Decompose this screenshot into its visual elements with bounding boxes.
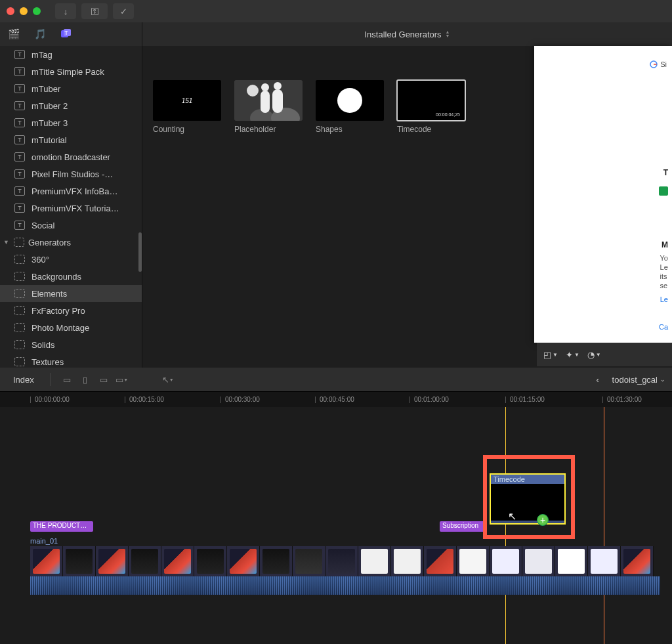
svg-rect-8 (272, 89, 283, 113)
enhance-tool[interactable]: ✦▼ (566, 350, 579, 360)
sidebar-item-fxfactory-pro[interactable]: FxFactory Pro (0, 302, 142, 319)
thumbnail-preview (234, 80, 303, 121)
sidebar-item-solids[interactable]: Solids (0, 336, 142, 353)
timeline-marker-1[interactable]: THE PRODUCT… (30, 521, 93, 532)
sidebar-item-label: mTutorial (32, 135, 67, 145)
clip-frame-thumbnail (63, 546, 96, 576)
timeline-index-button[interactable]: Index (7, 375, 41, 385)
sidebar-item-omotion-broadcaster[interactable]: Tomotion Broadcaster (0, 148, 142, 165)
sidebar-item-elements[interactable]: Elements (0, 285, 142, 302)
background-tasks-button[interactable]: ✓ (113, 3, 134, 19)
timeline-body[interactable]: THE PRODUCT… Subscription main_01 Timeco… (0, 407, 672, 644)
sidebar-item-backgrounds[interactable]: Backgrounds (0, 268, 142, 285)
sidebar-group-generators[interactable]: ▼ Generators (0, 234, 142, 251)
sidebar-item-mtuber[interactable]: TmTuber (0, 80, 142, 97)
clip-frame-thumbnail (260, 546, 293, 576)
audio-clip-row[interactable] (30, 576, 660, 595)
sidebar-item-mtitle-simple-pack[interactable]: TmTitle Simple Pack (0, 63, 142, 80)
svg-point-9 (261, 83, 269, 91)
sidebar-item-premiumvfx-infoba-[interactable]: TPremiumVFX InfoBa… (0, 182, 142, 200)
keyword-button[interactable]: ⚿ (81, 3, 108, 19)
viewer-signin-fragment: Si (650, 60, 667, 68)
sidebar-item-label: PremiumVFX Tutoria… (32, 204, 119, 213)
sidebar-item-label: mTag (32, 50, 52, 60)
svg-point-4 (247, 85, 259, 97)
clip-name-label: main_01 (30, 537, 58, 545)
generator-thumb-shapes[interactable]: Shapes (316, 80, 384, 134)
sidebar-item-label: mTitle Simple Pack (32, 67, 104, 77)
clip-frame-thumbnail (621, 546, 654, 576)
sidebar-item-360-[interactable]: 360° (0, 251, 142, 268)
overwrite-clip-icon[interactable]: ▭▼ (115, 373, 129, 386)
add-plus-badge-icon: + (537, 514, 549, 526)
generator-category-icon (14, 272, 25, 281)
timeline-toolbar: Index ▭ ▯ ▭ ▭▼ ↖▼ ‹ todoist_gcal ⌄ (0, 368, 672, 391)
svg-text:T: T (64, 30, 68, 36)
thumbnail-label: Placeholder (234, 125, 303, 134)
timeline-ruler[interactable]: 00:00:00:0000:00:15:0000:00:30:0000:00:4… (0, 391, 672, 407)
audio-tab-icon[interactable]: 🎵 (33, 27, 47, 41)
viewer-more-fragment: M (662, 240, 668, 249)
clip-frame-thumbnail (588, 546, 621, 576)
thumbnail-preview: 00:00:04;25 (397, 80, 465, 121)
title-category-icon: T (14, 169, 25, 179)
cursor-arrow-icon: ↖ (508, 510, 516, 523)
viewer-cancel-fragment: Ca (659, 323, 668, 331)
select-tool[interactable]: ↖▼ (161, 373, 175, 386)
import-button[interactable]: ↓ (55, 3, 76, 19)
minimize-window-button[interactable] (20, 7, 28, 15)
clip-frame-thumbnail (457, 546, 490, 576)
transform-tool[interactable]: ◰▼ (543, 350, 558, 360)
clip-frame-thumbnail (358, 546, 391, 576)
updown-chevron-icon: ▲▼ (446, 30, 450, 38)
playhead-primary[interactable] (604, 407, 604, 644)
timeline-back-button[interactable]: ‹ (590, 375, 606, 385)
generator-category-icon (14, 255, 25, 264)
close-window-button[interactable] (7, 7, 14, 15)
video-clip-row[interactable] (30, 546, 654, 576)
timeline-project-dropdown[interactable]: todoist_gcal ⌄ (612, 375, 665, 385)
insert-clip-icon[interactable]: ▯ (78, 373, 93, 386)
zoom-window-button[interactable] (33, 7, 41, 15)
sidebar: 🎬 🎵 T TmTagTmTitle Simple PackTmTuberTmT… (0, 22, 142, 368)
sidebar-item-textures[interactable]: Textures (0, 353, 142, 368)
clip-frame-thumbnail (326, 546, 358, 576)
calendar-app-icon (659, 186, 668, 196)
sidebar-item-label: PremiumVFX InfoBa… (32, 186, 118, 196)
browser-header: Installed Generators ▲▼ (142, 22, 672, 46)
sidebar-scrollbar[interactable] (138, 232, 142, 272)
generator-thumb-counting[interactable]: 151Counting (153, 80, 221, 134)
title-category-icon: T (14, 118, 25, 127)
sidebar-item-mtag[interactable]: TmTag (0, 46, 142, 63)
retime-tool[interactable]: ◔▼ (587, 350, 601, 360)
sidebar-item-mtutorial[interactable]: TmTutorial (0, 131, 142, 148)
generator-thumb-timecode[interactable]: 00:00:04;25Timecode (397, 80, 465, 134)
clip-frame-thumbnail (555, 546, 588, 576)
append-clip-icon[interactable]: ▭ (96, 373, 111, 386)
title-category-icon: T (14, 186, 25, 196)
sidebar-item-mtuber-2[interactable]: TmTuber 2 (0, 97, 142, 114)
thumbnail-label: Counting (153, 125, 221, 134)
sidebar-item-pixel-film-studios-[interactable]: TPixel Film Studios -… (0, 165, 142, 182)
sidebar-group-label: Generators (28, 238, 71, 247)
title-category-icon: T (14, 204, 25, 213)
title-category-icon: T (14, 50, 25, 59)
dragged-timecode-clip[interactable]: Timecode ↖ + (490, 473, 566, 525)
sidebar-item-photo-montage[interactable]: Photo Montage (0, 319, 142, 336)
ruler-tick: 00:00:15:00 (125, 392, 164, 407)
svg-rect-7 (261, 91, 270, 113)
timeline-marker-2[interactable]: Subscription (440, 521, 487, 532)
sidebar-item-mtuber-3[interactable]: TmTuber 3 (0, 114, 142, 131)
media-tab-icon[interactable]: 🎬 (7, 27, 21, 41)
generator-thumb-placeholder[interactable]: Placeholder (234, 80, 303, 134)
browser-title-dropdown[interactable]: Installed Generators ▲▼ (364, 30, 450, 39)
connect-clip-icon[interactable]: ▭ (60, 373, 74, 386)
thumbnail-preview (316, 80, 384, 121)
sidebar-item-social[interactable]: TSocial (0, 217, 142, 234)
sidebar-item-label: omotion Broadcaster (32, 152, 110, 162)
disclosure-triangle-icon: ▼ (3, 239, 10, 246)
generators-group-icon (14, 238, 24, 247)
tutorial-highlight-box: Timecode ↖ + (483, 455, 575, 539)
sidebar-item-premiumvfx-tutoria-[interactable]: TPremiumVFX Tutoria… (0, 200, 142, 217)
titles-generators-tab-icon[interactable]: T (59, 27, 74, 41)
